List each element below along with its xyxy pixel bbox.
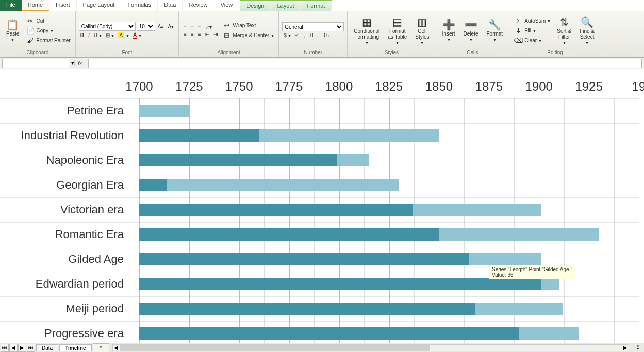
sort-filter-button[interactable]: ⇅Sort & Filter▾	[554, 12, 574, 48]
bar-offset[interactable]	[139, 327, 519, 340]
tab-design[interactable]: Design	[240, 1, 271, 11]
sheet-nav-last[interactable]: ⏭	[27, 344, 35, 352]
comma-button[interactable]: ,	[302, 32, 306, 39]
tab-data[interactable]: Data	[158, 0, 183, 11]
bar-length[interactable]	[139, 105, 189, 117]
bar-offset[interactable]	[139, 154, 337, 166]
autosum-button[interactable]: ΣAutoSum▾	[513, 16, 552, 25]
merge-center-button[interactable]: ⊟Merge & Center▾	[221, 31, 276, 40]
decrease-decimal-button[interactable]: .0←	[321, 32, 334, 39]
sheet-nav-first[interactable]: ⏮	[1, 344, 9, 352]
cell-styles-button[interactable]: ▥Cell Styles▾	[412, 12, 432, 48]
sheet-tab-data[interactable]: Data	[36, 344, 58, 351]
bar-offset[interactable]	[139, 228, 439, 241]
delete-cells-button[interactable]: ➖Delete▾	[460, 12, 482, 48]
bar-length[interactable]	[413, 204, 541, 216]
bar-offset[interactable]	[139, 179, 167, 191]
bar-offset[interactable]	[139, 129, 259, 142]
cut-button[interactable]: ✂Cut	[25, 16, 72, 25]
fx-button[interactable]: fx	[74, 60, 86, 66]
group-title: Font	[79, 48, 175, 56]
bar-length[interactable]	[475, 303, 563, 315]
conditional-formatting-button[interactable]: ▦Conditional Formatting▾	[351, 12, 383, 48]
scroll-right-icon[interactable]: ▶	[623, 345, 628, 350]
bar-length[interactable]	[439, 228, 599, 241]
orientation-button[interactable]: ⤢▾	[204, 24, 213, 30]
font-name-select[interactable]: Calibri (Body)	[79, 22, 136, 31]
increase-font-button[interactable]: A▴	[156, 23, 166, 30]
copy-button[interactable]: 📄Copy▾	[25, 26, 72, 35]
bold-button[interactable]: B	[79, 32, 86, 39]
worksheet[interactable]: 1700172517501775180018251850187519001925…	[0, 69, 644, 343]
font-color-button[interactable]: A▾	[131, 31, 143, 39]
tab-page-layout[interactable]: Page Layout	[77, 0, 122, 11]
align-center-button[interactable]: ≡	[189, 31, 195, 38]
new-sheet-button[interactable]: ＊	[93, 343, 109, 352]
format-painter-button[interactable]: 🖌Format Painter	[25, 36, 72, 45]
font-size-select[interactable]: 10	[137, 22, 155, 31]
tab-layout[interactable]: Layout	[271, 1, 301, 11]
bar-offset[interactable]	[139, 204, 413, 216]
decrease-font-button[interactable]: A▾	[166, 23, 175, 30]
cell-styles-label: Cell Styles	[415, 28, 429, 40]
name-box[interactable]	[2, 59, 69, 68]
bar-offset[interactable]	[139, 303, 475, 315]
sheet-tab-timeline[interactable]: Timeline	[59, 344, 91, 351]
fill-button[interactable]: ⬇Fill▾	[513, 26, 552, 35]
tab-formulas[interactable]: Formulas	[121, 0, 158, 11]
axis-tick-label: 1775	[275, 79, 303, 94]
align-top-button[interactable]: ≡	[182, 24, 188, 30]
decrease-indent-button[interactable]: ⇤	[204, 31, 211, 38]
formula-input[interactable]	[88, 59, 642, 68]
align-bottom-button[interactable]: ≡	[196, 24, 203, 30]
percent-button[interactable]: %	[293, 32, 301, 39]
group-number: General $ ▾ % , .0→ .0← Number	[279, 11, 348, 57]
sheet-nav-prev[interactable]: ◀	[9, 344, 18, 352]
bar-offset[interactable]	[139, 278, 541, 290]
insert-cells-button[interactable]: ➕Insert▾	[439, 12, 458, 48]
increase-decimal-button[interactable]: .0→	[307, 32, 320, 39]
currency-button[interactable]: $ ▾	[282, 32, 292, 39]
horizontal-scrollbar[interactable]: ◀ ▶	[112, 344, 629, 351]
sheet-nav-next[interactable]: ▶	[18, 344, 26, 352]
bar-length[interactable]	[519, 327, 579, 340]
dropdown-icon: ▾	[470, 37, 472, 42]
scrollbar-thumb[interactable]	[120, 345, 430, 351]
bar-offset[interactable]	[139, 253, 469, 265]
align-left-button[interactable]: ≡	[182, 31, 188, 38]
align-middle-button[interactable]: ≡	[189, 24, 195, 30]
wrap-text-button[interactable]: ↩Wrap Text	[221, 21, 276, 30]
tab-home[interactable]: Home	[22, 0, 49, 11]
clear-button[interactable]: ⌫Clear▾	[513, 36, 552, 45]
border-button[interactable]: ⊞ ▾	[104, 32, 115, 39]
chart-area[interactable]: 1700172517501775180018251850187519001925…	[0, 69, 644, 343]
bar-length[interactable]	[259, 129, 439, 142]
group-alignment: ≡ ≡ ≡ ⤢▾ ≡ ≡ ≡ ⇤ ⇥ ↩Wrap Text ⊟Merge & C…	[179, 11, 279, 57]
bar-length[interactable]	[167, 179, 399, 191]
tab-view[interactable]: View	[214, 0, 240, 11]
tab-insert[interactable]: Insert	[49, 0, 77, 11]
bar-length[interactable]	[337, 154, 369, 166]
align-right-button[interactable]: ≡	[196, 31, 203, 38]
chart-row: Meiji period	[139, 296, 639, 321]
number-format-select[interactable]: General	[282, 22, 344, 31]
tab-format[interactable]: Format	[301, 1, 332, 11]
paste-button[interactable]: 📋 Paste ▾	[3, 12, 23, 48]
find-select-button[interactable]: 🔍Find & Select▾	[576, 12, 598, 48]
format-as-table-button[interactable]: ▤Format as Table▾	[385, 12, 410, 48]
axis-tick-label: 1900	[525, 79, 552, 94]
category-label: Georgian Era	[56, 178, 139, 192]
bar-length[interactable]	[469, 253, 541, 265]
increase-indent-button[interactable]: ⇥	[212, 31, 219, 38]
underline-button[interactable]: U ▾	[92, 32, 103, 39]
italic-button[interactable]: I	[87, 32, 91, 39]
tab-review[interactable]: Review	[183, 0, 214, 11]
resize-grip-icon[interactable]: ⠿	[632, 345, 644, 350]
fill-color-button[interactable]: A▾	[117, 32, 131, 39]
format-cells-button[interactable]: 🔧Format▾	[483, 12, 506, 48]
tab-file[interactable]: File	[0, 0, 22, 11]
scroll-left-icon[interactable]: ◀	[114, 345, 118, 350]
sort-label: Sort & Filter	[557, 28, 571, 40]
bar-length[interactable]	[541, 278, 559, 290]
sort-icon: ⇅	[558, 16, 570, 28]
